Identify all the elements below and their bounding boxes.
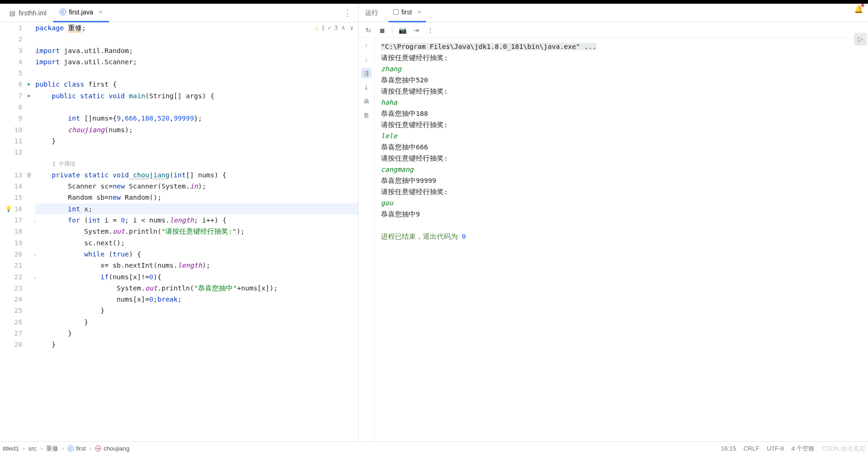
close-icon[interactable]: × [99,8,102,16]
more-button[interactable]: ⋮ [424,24,436,36]
method-icon: m [95,445,101,451]
console: ↑ ↓ ⇶ ⤓ 🖶 🗑 "C:\Program Files\Java\jdk1.… [359,38,868,441]
screenshot-button[interactable]: 📷 [396,24,408,36]
run-toolbar: ↻ ◼ 📷 ⇥ ⋮ [359,22,868,38]
run-tab-first[interactable]: first × [388,4,426,22]
code-content[interactable]: package 重修; import java.util.Random; imp… [33,22,358,441]
scroll-down-icon[interactable]: ↓ [361,54,372,64]
watermark: CSDN @杰克尼 [822,445,865,453]
console-output-line: 请按任意键经行抽奖: [381,52,861,63]
console-output-line: 恭喜您抽中520 [381,74,861,86]
console-gutter: ↑ ↓ ⇶ ⤓ 🖶 🗑 [359,38,374,441]
editor-tabs: ▤ firsthh.iml C first.java × ⋮ [0,4,358,22]
java-class-icon: C [60,9,66,15]
scroll-up-icon[interactable]: ↑ [361,40,372,50]
line-separator[interactable]: CRLF [744,445,760,452]
soft-wrap-icon[interactable]: ⇶ [361,68,372,78]
breadcrumb[interactable]: titled1› src› 重修› Cfirst› mchoujiang [3,445,129,453]
file-encoding[interactable]: UTF-8 [767,445,784,452]
console-output-line: 恭喜您抽中666 [381,141,861,153]
console-output-line: 请按任意键经行抽奖: [381,153,861,164]
console-input-line: zhang [381,63,861,74]
inspection-bar: ⚠1 ✓3 ∧ ∨ [315,24,354,31]
run-panel: 🔔 ▷ 运行 first × ↻ ◼ 📷 ⇥ ⋮ ↑ ↓ ⇶ [359,4,868,441]
file-icon: ▤ [8,9,16,17]
notification-dot [861,4,864,7]
scroll-to-end-icon[interactable]: ⤓ [361,82,372,92]
run-tabs-bar: 运行 first × [359,4,868,22]
line-gutter: 1 2 3⌄ 4 5 6 7 8 9 10 11 12 13 14 15 16 … [0,22,33,441]
clear-icon[interactable]: 🗑 [361,110,372,120]
console-output-line: 恭喜您抽中99999 [381,175,861,186]
print-icon[interactable]: 🖶 [361,96,372,106]
cursor-position[interactable]: 16:15 [721,445,736,452]
export-button[interactable]: ⇥ [410,24,422,36]
title-bar [0,0,868,4]
console-input-line: cangmang [381,164,861,175]
console-input-line: haha [381,97,861,108]
run-panel-title: 运行 [365,9,378,17]
prev-highlight[interactable]: ∧ [340,24,346,31]
next-highlight[interactable]: ∨ [349,24,354,31]
weak-warning-icon: ✓ [328,24,332,31]
usage-hint[interactable]: 1 个用法 [35,158,358,169]
console-output-line: 恭喜您抽中9 [381,209,861,220]
warning-icon: ⚠ [315,24,319,31]
console-input-line: gou [381,197,861,209]
code-editor[interactable]: ⚠1 ✓3 ∧ ∨ 1 2 3⌄ 4 5 6 7 8 9 10 11 12 13 [0,22,358,441]
console-output[interactable]: "C:\Program Files\Java\jdk1.8.0_181\bin\… [374,38,868,441]
class-icon: C [68,445,74,451]
tabs-menu-button[interactable]: ⋮ [339,8,356,18]
indent-setting[interactable]: 4 个空格 [792,445,815,453]
run-side-button[interactable]: ▷ [854,33,867,46]
tab-firsthh[interactable]: ▤ firsthh.iml [2,4,53,22]
tab-label: first.java [69,8,93,16]
tab-label: firsthh.iml [19,9,47,17]
status-bar: titled1› src› 重修› Cfirst› mchoujiang 16:… [0,441,868,455]
command-line: "C:\Program Files\Java\jdk1.8.0_181\bin\… [381,43,597,50]
editor-pane: ▤ firsthh.iml C first.java × ⋮ ⚠1 ✓3 ∧ ∨… [0,4,359,441]
close-icon[interactable]: × [418,8,421,16]
console-output-line: 请按任意键经行抽奖: [381,186,861,197]
rerun-button[interactable]: ↻ [362,24,374,36]
console-output-line: 请按任意键经行抽奖: [381,86,861,97]
tab-first-java[interactable]: C first.java × [53,4,109,22]
stop-button[interactable]: ◼ [376,24,388,36]
console-output-line: 恭喜您抽中188 [381,108,861,119]
run-config-icon [393,9,399,15]
console-input-line: lele [381,130,861,141]
console-output-line: 请按任意键经行抽奖: [381,119,861,130]
